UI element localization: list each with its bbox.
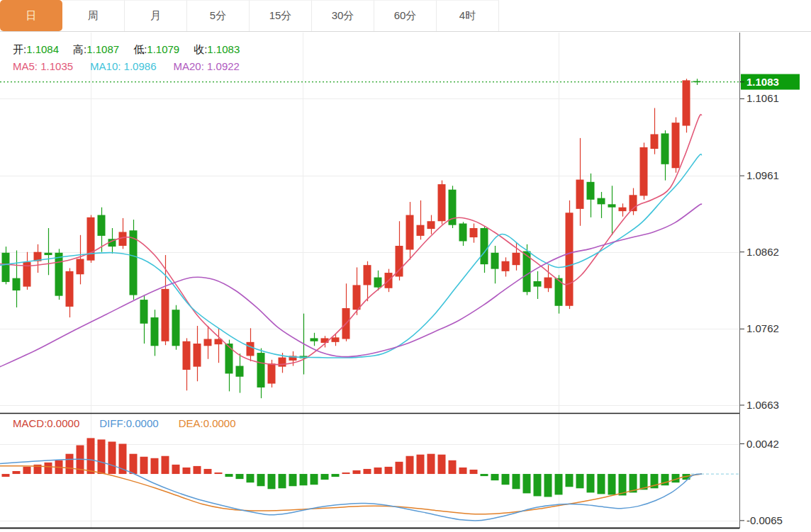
dea-value: 0.0000 [203,417,236,429]
ma20-value: 1.0922 [207,60,240,72]
tab-15min[interactable]: 15分 [250,0,312,31]
macd-histogram-bar [321,474,329,480]
macd-histogram-bar [98,439,106,474]
candle [470,228,478,237]
tab-15min-label: 15分 [269,9,292,23]
diff-label: DIFF: [99,417,126,429]
tab-week-label: 周 [88,9,99,23]
ma5-label: MA5: [13,60,38,72]
macd-histogram-bar [13,471,21,474]
macd-info: MACD:0.0000 DIFF:0.0000 DEA:0.0000 [13,417,236,429]
candle [417,225,425,236]
high-value: 1.1087 [86,43,119,55]
macd-value: 0.0000 [47,417,79,429]
macd-histogram-bar [2,474,10,477]
ma5-value: 1.1035 [40,60,73,72]
tab-4hour-label: 4时 [459,9,476,23]
candle [651,134,659,149]
macd-histogram-bar [311,474,318,485]
tab-month[interactable]: 月 [125,0,187,31]
candle [427,221,435,229]
candle [98,215,106,236]
candle [279,358,286,367]
candle [683,80,690,125]
macd-histogram-bar [406,456,414,474]
candle [151,317,159,346]
macd-histogram-bar [225,474,233,477]
candle [45,253,52,255]
candle [481,228,488,264]
current-price-tag: 1.1083 [740,74,800,90]
ohlc-info: 开:1.1084 高:1.1087 低:1.1079 收:1.1083 [13,43,240,57]
tab-30min[interactable]: 30分 [312,0,374,31]
axis-label: 1.0663 [746,399,779,411]
macd-histogram-bar [130,454,138,474]
tab-day-label: 日 [26,9,37,23]
candle [513,253,520,265]
macd-histogram-bar [151,458,159,474]
tab-day[interactable]: 日 [0,0,62,31]
high-label: 高: [73,43,86,55]
timeframe-tabbar: 日 周 月 5分 15分 30分 60分 4时 [0,0,811,32]
candle [353,285,361,310]
candle [2,253,10,282]
candle [598,198,605,205]
low-value: 1.1079 [147,43,179,55]
ma20-label: MA20: [174,60,204,72]
candle [459,224,467,242]
close-value: 1.1083 [207,43,240,55]
macd-histogram-bar [417,455,425,474]
candle [661,133,669,164]
tab-5min-label: 5分 [210,9,226,23]
candle [236,366,244,377]
macd-histogram-bar [396,462,403,474]
ma10-value: 1.0986 [124,60,157,72]
candle [194,344,201,367]
tab-4hour[interactable]: 4时 [437,0,499,31]
axis-label: -0.0065 [746,514,783,526]
axis-label: 1.1083 [746,76,779,88]
tab-30min-label: 30分 [332,9,354,23]
tab-60min[interactable]: 60分 [374,0,437,31]
ma10-label: MA10: [90,60,121,72]
macd-histogram-bar [523,474,531,493]
candle [587,182,595,200]
macd-layer [0,438,739,521]
axis-label: 1.0762 [746,322,779,334]
macd-histogram-bar [502,474,510,485]
candle [502,261,510,271]
macd-histogram-bar [289,474,297,486]
diff-value: 0.0000 [126,417,159,429]
axis-label: 1.0961 [746,169,779,181]
tab-5min[interactable]: 5分 [187,0,250,31]
macd-histogram-bar [438,455,446,474]
macd-histogram-bar [513,474,520,489]
macd-histogram-bar [587,474,595,492]
macd-histogram-bar [491,474,499,480]
macd-histogram-bar [183,468,191,474]
macd-histogram-bar [268,474,276,489]
macd-histogram-bar [427,454,435,474]
macd-histogram-bar [204,469,212,474]
axis-label: 1.1061 [746,92,779,104]
candle [566,213,574,305]
macd-histogram-bar [598,474,605,494]
candle [544,278,552,288]
macd-histogram-bar [342,472,350,474]
tab-60min-label: 60分 [394,9,417,23]
candle [55,253,63,296]
candle [268,363,276,383]
candle [77,259,84,274]
candle [247,342,255,356]
macd-histogram-bar [449,460,457,474]
candle [640,147,648,196]
macd-histogram-bar [353,470,361,474]
candle [619,208,627,211]
macd-histogram-bar [87,438,95,474]
tab-week[interactable]: 周 [62,0,125,31]
candle [672,123,680,168]
macd-histogram-bar [555,474,563,494]
close-label: 收: [194,43,207,55]
price-chart-canvas[interactable]: 1.10611.09611.08621.07621.06630.0042-0.0… [0,0,811,532]
macd-histogram-bar [215,472,223,474]
